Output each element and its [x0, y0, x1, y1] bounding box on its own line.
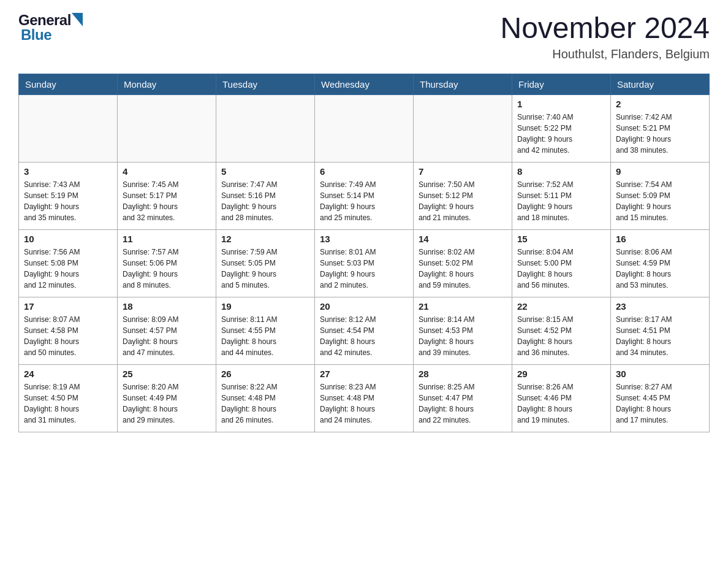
- calendar-cell: [118, 94, 216, 162]
- calendar-cell: [19, 94, 118, 162]
- calendar-week-row: 24Sunrise: 8:19 AM Sunset: 4:50 PM Dayli…: [19, 364, 710, 432]
- calendar-cell: 2Sunrise: 7:42 AM Sunset: 5:21 PM Daylig…: [611, 94, 710, 162]
- day-info: Sunrise: 7:47 AM Sunset: 5:16 PM Dayligh…: [221, 179, 309, 223]
- day-number: 29: [517, 369, 605, 379]
- calendar-cell: 21Sunrise: 8:14 AM Sunset: 4:53 PM Dayli…: [414, 297, 512, 364]
- day-number: 20: [320, 301, 408, 312]
- calendar-cell: 9Sunrise: 7:54 AM Sunset: 5:09 PM Daylig…: [611, 162, 710, 229]
- day-number: 7: [419, 166, 507, 177]
- calendar-cell: 23Sunrise: 8:17 AM Sunset: 4:51 PM Dayli…: [611, 297, 710, 364]
- day-number: 26: [221, 369, 309, 379]
- calendar-cell: [414, 94, 512, 162]
- day-number: 28: [419, 369, 507, 379]
- svg-marker-0: [72, 13, 83, 26]
- weekday-header-wednesday: Wednesday: [315, 74, 414, 94]
- calendar-cell: 30Sunrise: 8:27 AM Sunset: 4:45 PM Dayli…: [611, 364, 710, 432]
- day-number: 4: [123, 166, 211, 177]
- logo-blue-text: Blue: [21, 27, 51, 43]
- calendar-cell: 18Sunrise: 8:09 AM Sunset: 4:57 PM Dayli…: [118, 297, 216, 364]
- page-header: General Blue November 2024 Houthulst, Fl…: [18, 12, 710, 61]
- day-number: 11: [123, 234, 211, 244]
- day-info: Sunrise: 8:12 AM Sunset: 4:54 PM Dayligh…: [320, 314, 408, 358]
- day-number: 15: [517, 234, 605, 244]
- day-info: Sunrise: 8:15 AM Sunset: 4:52 PM Dayligh…: [517, 314, 605, 358]
- day-number: 12: [221, 234, 309, 244]
- calendar-table: SundayMondayTuesdayWednesdayThursdayFrid…: [18, 74, 710, 432]
- calendar-cell: 19Sunrise: 8:11 AM Sunset: 4:55 PM Dayli…: [216, 297, 315, 364]
- day-number: 3: [24, 166, 112, 177]
- day-info: Sunrise: 8:20 AM Sunset: 4:49 PM Dayligh…: [123, 381, 211, 426]
- calendar-cell: 11Sunrise: 7:57 AM Sunset: 5:06 PM Dayli…: [118, 229, 216, 297]
- day-number: 5: [221, 166, 309, 177]
- calendar-cell: [216, 94, 315, 162]
- day-info: Sunrise: 8:04 AM Sunset: 5:00 PM Dayligh…: [517, 247, 605, 291]
- calendar-cell: 24Sunrise: 8:19 AM Sunset: 4:50 PM Dayli…: [19, 364, 118, 432]
- calendar-cell: 14Sunrise: 8:02 AM Sunset: 5:02 PM Dayli…: [414, 229, 512, 297]
- day-number: 21: [419, 301, 507, 312]
- calendar-cell: 5Sunrise: 7:47 AM Sunset: 5:16 PM Daylig…: [216, 162, 315, 229]
- month-title: November 2024: [500, 12, 710, 45]
- calendar-cell: 13Sunrise: 8:01 AM Sunset: 5:03 PM Dayli…: [315, 229, 414, 297]
- day-info: Sunrise: 8:26 AM Sunset: 4:46 PM Dayligh…: [517, 381, 605, 426]
- day-number: 10: [24, 234, 112, 244]
- logo: General Blue: [18, 12, 83, 44]
- calendar-cell: 25Sunrise: 8:20 AM Sunset: 4:49 PM Dayli…: [118, 364, 216, 432]
- day-number: 6: [320, 166, 408, 177]
- weekday-header-tuesday: Tuesday: [216, 74, 315, 94]
- day-info: Sunrise: 8:25 AM Sunset: 4:47 PM Dayligh…: [419, 381, 507, 426]
- day-info: Sunrise: 7:43 AM Sunset: 5:19 PM Dayligh…: [24, 179, 112, 223]
- calendar-body: 1Sunrise: 7:40 AM Sunset: 5:22 PM Daylig…: [19, 94, 710, 432]
- weekday-header-monday: Monday: [118, 74, 216, 94]
- day-number: 9: [616, 166, 704, 177]
- calendar-header: SundayMondayTuesdayWednesdayThursdayFrid…: [19, 74, 710, 94]
- day-number: 17: [24, 301, 112, 312]
- day-number: 14: [419, 234, 507, 244]
- weekday-header-saturday: Saturday: [611, 74, 710, 94]
- weekday-header-row: SundayMondayTuesdayWednesdayThursdayFrid…: [19, 74, 710, 94]
- day-info: Sunrise: 8:19 AM Sunset: 4:50 PM Dayligh…: [24, 381, 112, 426]
- calendar-cell: 16Sunrise: 8:06 AM Sunset: 4:59 PM Dayli…: [611, 229, 710, 297]
- calendar-cell: 3Sunrise: 7:43 AM Sunset: 5:19 PM Daylig…: [19, 162, 118, 229]
- calendar-cell: 8Sunrise: 7:52 AM Sunset: 5:11 PM Daylig…: [512, 162, 611, 229]
- day-info: Sunrise: 7:40 AM Sunset: 5:22 PM Dayligh…: [517, 112, 605, 156]
- location-title: Houthulst, Flanders, Belgium: [500, 47, 710, 61]
- day-info: Sunrise: 8:22 AM Sunset: 4:48 PM Dayligh…: [221, 381, 309, 426]
- calendar-cell: 10Sunrise: 7:56 AM Sunset: 5:08 PM Dayli…: [19, 229, 118, 297]
- calendar-cell: 22Sunrise: 8:15 AM Sunset: 4:52 PM Dayli…: [512, 297, 611, 364]
- day-info: Sunrise: 7:59 AM Sunset: 5:05 PM Dayligh…: [221, 247, 309, 291]
- day-info: Sunrise: 7:52 AM Sunset: 5:11 PM Dayligh…: [517, 179, 605, 223]
- calendar-cell: 6Sunrise: 7:49 AM Sunset: 5:14 PM Daylig…: [315, 162, 414, 229]
- day-info: Sunrise: 8:23 AM Sunset: 4:48 PM Dayligh…: [320, 381, 408, 426]
- day-number: 16: [616, 234, 704, 244]
- day-info: Sunrise: 7:54 AM Sunset: 5:09 PM Dayligh…: [616, 179, 704, 223]
- weekday-header-thursday: Thursday: [414, 74, 512, 94]
- day-info: Sunrise: 7:45 AM Sunset: 5:17 PM Dayligh…: [123, 179, 211, 223]
- calendar-cell: 28Sunrise: 8:25 AM Sunset: 4:47 PM Dayli…: [414, 364, 512, 432]
- weekday-header-friday: Friday: [512, 74, 611, 94]
- day-number: 19: [221, 301, 309, 312]
- calendar-cell: 12Sunrise: 7:59 AM Sunset: 5:05 PM Dayli…: [216, 229, 315, 297]
- day-info: Sunrise: 8:11 AM Sunset: 4:55 PM Dayligh…: [221, 314, 309, 358]
- day-info: Sunrise: 8:27 AM Sunset: 4:45 PM Dayligh…: [616, 381, 704, 426]
- day-info: Sunrise: 8:07 AM Sunset: 4:58 PM Dayligh…: [24, 314, 112, 358]
- day-number: 18: [123, 301, 211, 312]
- day-info: Sunrise: 7:50 AM Sunset: 5:12 PM Dayligh…: [419, 179, 507, 223]
- day-info: Sunrise: 8:02 AM Sunset: 5:02 PM Dayligh…: [419, 247, 507, 291]
- day-number: 25: [123, 369, 211, 379]
- calendar-cell: 17Sunrise: 8:07 AM Sunset: 4:58 PM Dayli…: [19, 297, 118, 364]
- day-info: Sunrise: 8:01 AM Sunset: 5:03 PM Dayligh…: [320, 247, 408, 291]
- day-info: Sunrise: 7:42 AM Sunset: 5:21 PM Dayligh…: [616, 112, 704, 156]
- day-number: 2: [616, 99, 704, 109]
- calendar-cell: [315, 94, 414, 162]
- calendar-week-row: 1Sunrise: 7:40 AM Sunset: 5:22 PM Daylig…: [19, 94, 710, 162]
- calendar-cell: 1Sunrise: 7:40 AM Sunset: 5:22 PM Daylig…: [512, 94, 611, 162]
- weekday-header-sunday: Sunday: [19, 74, 118, 94]
- day-number: 30: [616, 369, 704, 379]
- day-info: Sunrise: 7:49 AM Sunset: 5:14 PM Dayligh…: [320, 179, 408, 223]
- day-number: 23: [616, 301, 704, 312]
- day-number: 13: [320, 234, 408, 244]
- calendar-cell: 7Sunrise: 7:50 AM Sunset: 5:12 PM Daylig…: [414, 162, 512, 229]
- day-info: Sunrise: 8:09 AM Sunset: 4:57 PM Dayligh…: [123, 314, 211, 358]
- day-number: 27: [320, 369, 408, 379]
- calendar-week-row: 3Sunrise: 7:43 AM Sunset: 5:19 PM Daylig…: [19, 162, 710, 229]
